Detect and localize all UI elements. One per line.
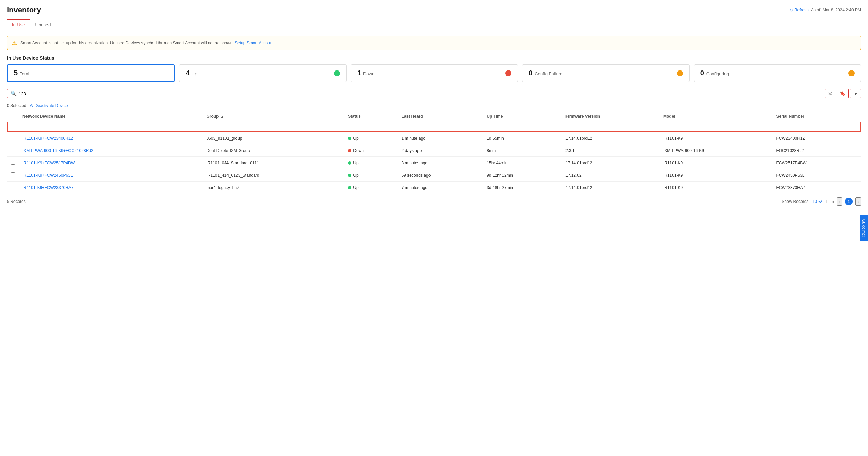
row-1-firmware: 17.14.01prd12	[562, 132, 660, 144]
row-4-up-time: 9d 12hr 52min	[483, 169, 562, 182]
setup-smart-account-link[interactable]: Setup Smart Account	[235, 41, 274, 45]
row-4-firmware: 17.12.02	[562, 169, 660, 182]
deactivate-device-button[interactable]: ⊙ Deactivate Device	[30, 103, 68, 108]
table-row-empty	[7, 122, 861, 132]
device-link-5[interactable]: IR1101-K9+FCW23370HA7	[22, 185, 73, 190]
show-records: Show Records: 10 25 50	[782, 199, 823, 204]
status-dot-up	[348, 174, 351, 177]
config-failure-dot	[677, 70, 683, 76]
page-header: Inventory ↻ Refresh As of: Mar 8, 2024 2…	[7, 6, 861, 14]
row-4-checkbox[interactable]	[11, 172, 15, 177]
device-link-3[interactable]: IR1101-K9+FCW2517P4BW	[22, 161, 75, 165]
table-row: IR1101-K9+FCW2517P4BW IR1101_0J4_Standar…	[7, 157, 861, 169]
th-firmware-version: Firmware Version	[562, 110, 660, 122]
refresh-label: Refresh	[794, 8, 809, 12]
status-card-config-failure[interactable]: 0 Config Failure	[522, 64, 689, 82]
th-group[interactable]: Group ▲	[203, 110, 345, 122]
row-5-group: mar4_legacy_ha7	[203, 182, 345, 194]
device-link-1[interactable]: IR1101-K9+FCW23400H1Z	[22, 136, 73, 141]
guide-me-button[interactable]: Guide me!	[860, 215, 868, 241]
status-dot-up	[348, 137, 351, 140]
row-4-group: IR1101_414_0123_Standard	[203, 169, 345, 182]
search-bar-row: 🔍 ✕ 🔖 ▼	[7, 89, 861, 98]
clear-search-button[interactable]: ✕	[825, 89, 835, 98]
action-bar: 0 Selected ⊙ Deactivate Device	[7, 101, 861, 110]
row-1-up-time: 1d 55min	[483, 132, 562, 144]
empty-row-cell	[7, 122, 861, 132]
group-sort-icon: ▲	[221, 115, 224, 118]
page-title: Inventory	[7, 6, 41, 14]
status-card-up[interactable]: 4 Up	[179, 64, 346, 82]
row-1-group: 0503_ir1101_group	[203, 132, 345, 144]
row-1-name: IR1101-K9+FCW23400H1Z	[19, 132, 203, 144]
row-2-last-heard: 2 days ago	[398, 144, 484, 157]
configuring-dot	[848, 70, 855, 76]
search-icon: 🔍	[11, 91, 17, 96]
device-link-2[interactable]: IXM-LPWA-900-16-K9+FOC21028RJ2	[22, 148, 93, 153]
refresh-area: ↻ Refresh As of: Mar 8, 2024 2:40 PM	[789, 8, 861, 13]
row-2-firmware: 2.3.1	[562, 144, 660, 157]
row-1-serial: FCW23400H1Z	[773, 132, 861, 144]
row-3-serial: FCW2517P4BW	[773, 157, 861, 169]
row-2-up-time: 8min	[483, 144, 562, 157]
refresh-button[interactable]: ↻ Refresh	[789, 8, 809, 13]
row-4-name: IR1101-K9+FCW2450P63L	[19, 169, 203, 182]
row-2-name: IXM-LPWA-900-16-K9+FOC21028RJ2	[19, 144, 203, 157]
down-dot	[505, 70, 511, 76]
row-checkbox-3	[7, 157, 19, 169]
table-row: IXM-LPWA-900-16-K9+FOC21028RJ2 Dont-Dele…	[7, 144, 861, 157]
records-per-page-select[interactable]: 10 25 50	[811, 199, 823, 204]
row-5-model: IR1101-K9	[660, 182, 773, 194]
row-3-name: IR1101-K9+FCW2517P4BW	[19, 157, 203, 169]
row-1-model: IR1101-K9	[660, 132, 773, 144]
bookmark-button[interactable]: 🔖	[837, 89, 849, 98]
row-4-status: Up	[345, 169, 398, 182]
status-card-total[interactable]: 5 Total	[7, 64, 175, 82]
status-card-configuring[interactable]: 0 Configuring	[694, 64, 861, 82]
row-2-serial: FOC21028RJ2	[773, 144, 861, 157]
row-5-checkbox[interactable]	[11, 185, 15, 189]
prev-page-button[interactable]: ‹	[837, 197, 843, 206]
tab-in-use[interactable]: In Use	[7, 19, 30, 31]
status-dot-up	[348, 161, 351, 165]
row-3-checkbox[interactable]	[11, 160, 15, 165]
row-2-checkbox[interactable]	[11, 148, 15, 152]
row-4-model: IR1101-K9	[660, 169, 773, 182]
tab-unused[interactable]: Unused	[30, 19, 56, 31]
table-header-row: Network Device Name Group ▲ Status Last …	[7, 110, 861, 122]
row-1-status: Up	[345, 132, 398, 144]
deactivate-icon: ⊙	[30, 103, 33, 108]
row-4-last-heard: 59 seconds ago	[398, 169, 484, 182]
row-2-group: Dont-Delete-IXM-Group	[203, 144, 345, 157]
row-3-up-time: 15hr 44min	[483, 157, 562, 169]
select-all-checkbox[interactable]	[11, 113, 15, 118]
search-box: 🔍	[7, 89, 822, 98]
filter-button[interactable]: ▼	[850, 89, 861, 98]
current-page-number[interactable]: 1	[845, 198, 853, 205]
table-row: IR1101-K9+FCW23400H1Z 0503_ir1101_group …	[7, 132, 861, 144]
row-checkbox-5	[7, 182, 19, 194]
th-last-heard: Last Heard	[398, 110, 484, 122]
status-card-down[interactable]: 1 Down	[351, 64, 518, 82]
th-serial-number: Serial Number	[773, 110, 861, 122]
status-cards: 5 Total 4 Up 1 Down 0 Config Failure	[7, 64, 861, 82]
next-page-button[interactable]: ›	[855, 197, 861, 206]
row-3-group: IR1101_0J4_Standard_0111	[203, 157, 345, 169]
th-up-time: Up Time	[483, 110, 562, 122]
search-input[interactable]	[19, 91, 818, 96]
table-row: IR1101-K9+FCW2450P63L IR1101_414_0123_St…	[7, 169, 861, 182]
row-5-serial: FCW23370HA7	[773, 182, 861, 194]
row-2-model: IXM-LPWA-900-16-K9	[660, 144, 773, 157]
row-3-status: Up	[345, 157, 398, 169]
refresh-icon: ↻	[789, 8, 793, 13]
warning-icon: ⚠	[12, 40, 17, 46]
pagination: Show Records: 10 25 50 1 - 5 ‹ 1 ›	[782, 197, 861, 206]
row-5-firmware: 17.14.01prd12	[562, 182, 660, 194]
inventory-page: Inventory ↻ Refresh As of: Mar 8, 2024 2…	[0, 0, 868, 456]
th-model: Model	[660, 110, 773, 122]
row-1-checkbox[interactable]	[11, 135, 15, 140]
device-link-4[interactable]: IR1101-K9+FCW2450P63L	[22, 173, 73, 178]
as-of-timestamp: As of: Mar 8, 2024 2:40 PM	[811, 8, 861, 12]
up-dot	[334, 70, 340, 76]
row-2-status: Down	[345, 144, 398, 157]
